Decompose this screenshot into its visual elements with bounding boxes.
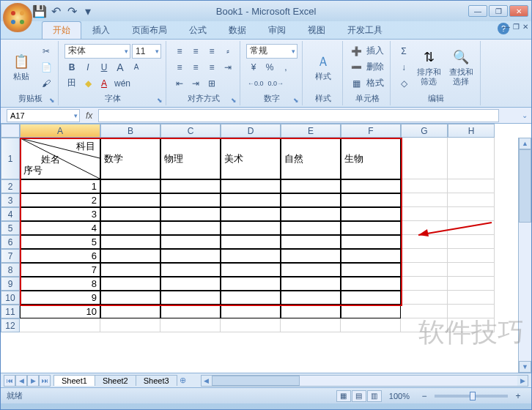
column-header-H[interactable]: H [448, 124, 495, 138]
comma-button[interactable]: , [278, 60, 293, 75]
cell-A7[interactable]: 6 [20, 249, 100, 263]
decrease-indent-button[interactable]: ⇤ [172, 76, 187, 91]
cell-B3[interactable] [100, 193, 160, 207]
office-button[interactable] [3, 3, 32, 32]
format-painter-button[interactable]: 🖌 [39, 76, 53, 91]
cell-G9[interactable] [401, 277, 448, 291]
cell-H4[interactable] [448, 207, 495, 221]
cell-C5[interactable] [160, 221, 221, 235]
save-button[interactable]: 💾 [33, 4, 46, 18]
cell-E11[interactable] [281, 305, 341, 318]
autosum-button[interactable]: Σ [396, 44, 411, 59]
cell-B8[interactable] [100, 263, 160, 277]
italic-button[interactable]: I [81, 60, 95, 75]
cell-H8[interactable] [448, 263, 495, 277]
column-header-C[interactable]: C [160, 124, 221, 138]
cell-D6[interactable] [221, 235, 281, 249]
cell-C10[interactable] [160, 291, 221, 305]
page-break-view-button[interactable]: ▥ [367, 390, 382, 402]
cell-B12[interactable] [100, 318, 160, 332]
horizontal-scrollbar[interactable]: ◀ ▶ [201, 375, 528, 387]
cell-H7[interactable] [448, 249, 495, 263]
paste-button[interactable]: 📋 粘贴 [7, 42, 36, 92]
cell-E2[interactable] [281, 179, 341, 193]
row-header-2[interactable]: 2 [1, 179, 20, 193]
cell-C12[interactable] [160, 318, 221, 332]
cell-G7[interactable] [401, 249, 448, 263]
cell-G1[interactable] [401, 138, 448, 179]
column-header-G[interactable]: G [401, 124, 448, 138]
delete-cells-button[interactable]: ➖ [349, 60, 363, 75]
cell-A1[interactable]: 科目姓名序号 [20, 138, 100, 179]
row-header-9[interactable]: 9 [1, 277, 20, 291]
scroll-left-button[interactable]: ◀ [202, 376, 212, 386]
align-expand[interactable]: ⬊ [231, 97, 237, 104]
wrap-text-button[interactable]: ⇥ [221, 60, 235, 75]
zoom-out-button[interactable]: − [417, 389, 432, 403]
column-header-E[interactable]: E [281, 124, 341, 138]
percent-button[interactable]: % [262, 60, 277, 75]
decrease-decimal-button[interactable]: 0.0→ [267, 76, 286, 91]
close-button[interactable]: ✕ [509, 5, 528, 17]
row-header-11[interactable]: 11 [1, 305, 20, 318]
cell-D2[interactable] [221, 179, 281, 193]
sheet-tab-2[interactable]: Sheet2 [95, 375, 136, 386]
scroll-thumb-h[interactable] [212, 376, 300, 386]
cell-E4[interactable] [281, 207, 341, 221]
tab-review[interactable]: 审阅 [257, 21, 297, 39]
cell-D12[interactable] [221, 318, 281, 332]
align-right-button[interactable]: ≡ [204, 60, 219, 75]
find-select-button[interactable]: 🔍 查找和 选择 [446, 42, 476, 92]
grow-font-button[interactable]: A [113, 60, 128, 75]
row-header-8[interactable]: 8 [1, 263, 20, 277]
cell-E3[interactable] [281, 193, 341, 207]
cell-G12[interactable] [401, 318, 448, 332]
cell-F9[interactable] [341, 277, 401, 291]
insert-cells-button[interactable]: ➕ [349, 44, 363, 59]
column-header-D[interactable]: D [221, 124, 281, 138]
cell-E7[interactable] [281, 249, 341, 263]
column-header-F[interactable]: F [341, 124, 401, 138]
align-bottom-button[interactable]: ≡ [204, 44, 219, 59]
page-layout-view-button[interactable]: ▤ [352, 390, 366, 402]
cell-B1[interactable]: 数学 [100, 138, 160, 179]
cell-D9[interactable] [221, 277, 281, 291]
formula-bar[interactable] [98, 109, 499, 122]
cell-H5[interactable] [448, 221, 495, 235]
next-sheet-button[interactable]: ▶ [27, 375, 39, 387]
tab-page-layout[interactable]: 页面布局 [121, 21, 178, 39]
sheet-tab-3[interactable]: Sheet3 [136, 375, 177, 386]
cell-A10[interactable]: 9 [20, 291, 100, 305]
scroll-thumb-v[interactable] [519, 149, 531, 223]
row-header-3[interactable]: 3 [1, 193, 20, 207]
cell-D4[interactable] [221, 207, 281, 221]
doc-close[interactable]: ✕ [522, 23, 528, 31]
font-expand[interactable]: ⬊ [157, 97, 163, 104]
cell-F5[interactable] [341, 221, 401, 235]
cell-D7[interactable] [221, 249, 281, 263]
cell-D1[interactable]: 美术 [221, 138, 281, 179]
cell-H10[interactable] [448, 291, 495, 305]
cell-C6[interactable] [160, 235, 221, 249]
row-header-6[interactable]: 6 [1, 235, 20, 249]
align-middle-button[interactable]: ≡ [188, 44, 203, 59]
qat-more[interactable]: ▾ [81, 4, 95, 18]
cell-B10[interactable] [100, 291, 160, 305]
cell-F11[interactable] [341, 305, 401, 318]
cell-A9[interactable]: 8 [20, 277, 100, 291]
currency-button[interactable]: ¥ [246, 60, 261, 75]
cell-E9[interactable] [281, 277, 341, 291]
scroll-down-button[interactable]: ▼ [519, 361, 531, 373]
align-left-button[interactable]: ≡ [172, 60, 187, 75]
last-sheet-button[interactable]: ⏭ [39, 375, 51, 387]
cell-D10[interactable] [221, 291, 281, 305]
sheet-tab-1[interactable]: Sheet1 [53, 375, 95, 386]
zoom-in-button[interactable]: + [511, 389, 525, 403]
font-size-combo[interactable]: 11 [132, 44, 161, 59]
cell-H9[interactable] [448, 277, 495, 291]
cell-B2[interactable] [100, 179, 160, 193]
scroll-right-button[interactable]: ▶ [517, 376, 528, 386]
cell-C1[interactable]: 物理 [160, 138, 221, 179]
tab-formulas[interactable]: 公式 [178, 21, 218, 39]
fill-color-button[interactable]: ◆ [81, 76, 95, 91]
